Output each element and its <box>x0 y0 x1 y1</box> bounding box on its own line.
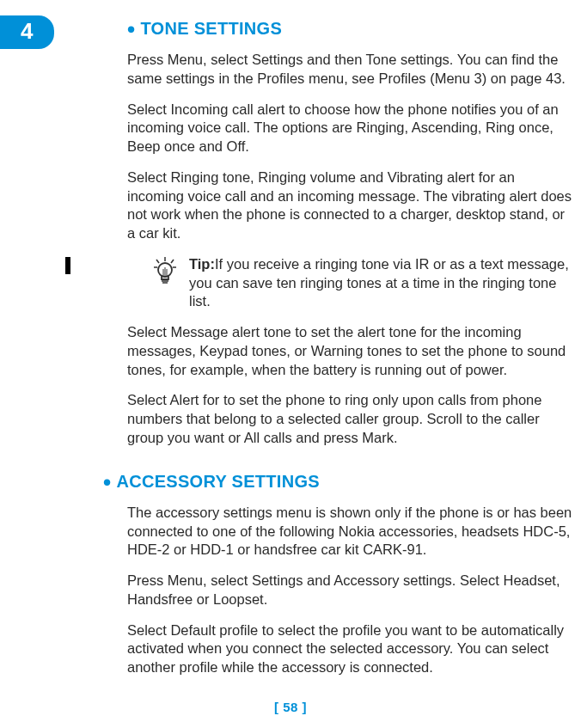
tip-block: Tip:If you receive a ringing tone via IR… <box>127 255 572 311</box>
page-number: [ 58 ] <box>0 700 581 714</box>
body-paragraph: Select Incoming call alert to choose how… <box>127 101 572 156</box>
body-paragraph: Select Alert for to set the phone to rin… <box>127 391 572 447</box>
tip-label: Tip: <box>189 256 215 272</box>
body-paragraph: Press Menu, select Settings and then Ton… <box>127 51 572 89</box>
body-paragraph: Select Ringing tone, Ringing volume and … <box>127 168 572 243</box>
tip-margin-marker <box>65 257 70 274</box>
bullet-icon: • <box>127 16 135 42</box>
accessory-settings-heading: •ACCESSORY SETTINGS <box>103 472 572 492</box>
body-paragraph: Select Message alert tone to set the ale… <box>127 323 572 379</box>
chapter-tab: 4 <box>0 15 54 49</box>
heading-text: ACCESSORY SETTINGS <box>116 472 320 491</box>
body-paragraph: Select Default profile to select the pro… <box>127 621 572 677</box>
svg-line-1 <box>156 260 159 263</box>
body-paragraph: Press Menu, select Settings and Accessor… <box>127 572 572 609</box>
svg-line-2 <box>171 260 174 263</box>
tip-text: Tip:If you receive a ringing tone via IR… <box>189 255 572 311</box>
page-content: •TONE SETTINGS Press Menu, select Settin… <box>127 0 572 677</box>
tone-settings-heading: •TONE SETTINGS <box>127 19 572 39</box>
heading-text: TONE SETTINGS <box>140 19 282 38</box>
tip-body: If you receive a ringing tone via IR or … <box>189 256 569 309</box>
lightbulb-icon <box>153 257 177 291</box>
body-paragraph: The accessory settings menu is shown onl… <box>127 504 572 560</box>
bullet-icon: • <box>103 469 111 495</box>
